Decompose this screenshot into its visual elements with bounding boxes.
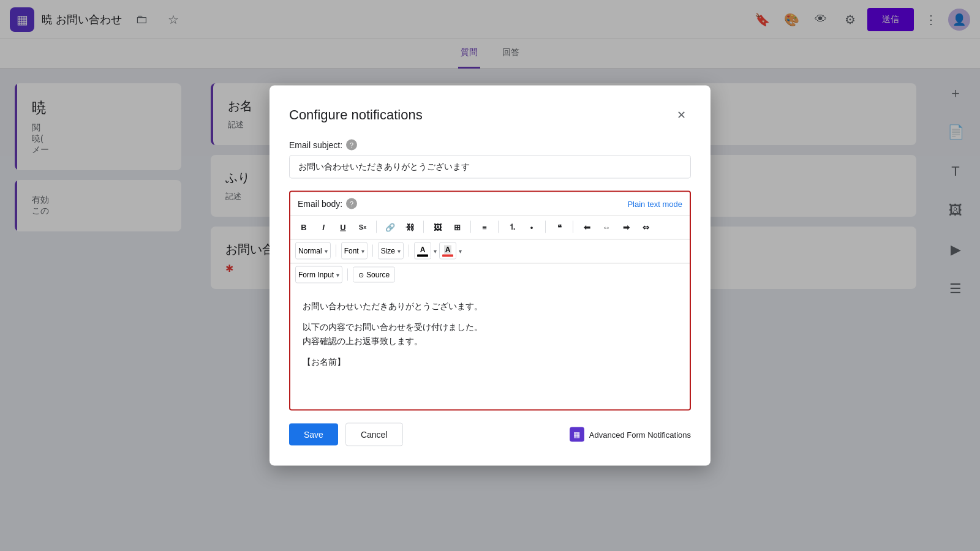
advanced-label: Advanced Form Notifications: [589, 430, 691, 439]
email-body-section: Email body: ? Plain text mode B I U Sx 🔗…: [289, 191, 691, 411]
advanced-icon: ▦: [570, 427, 584, 442]
body-line-1: お問い合わせいただきありがとうございます。: [303, 299, 677, 313]
email-subject-input[interactable]: [289, 156, 691, 179]
font-color-arrow[interactable]: ▾: [434, 247, 437, 254]
toolbar-row-1: B I U Sx 🔗 ⛓ 🖼 ⊞ ≡ ⒈ • ❝ ⬅ ↔ ➡ ⇔: [290, 216, 690, 240]
font-color-btn[interactable]: A: [414, 242, 431, 260]
sep-4: [498, 221, 499, 233]
underline-btn[interactable]: U: [334, 219, 352, 236]
source-label: Source: [366, 271, 390, 279]
email-body-header: Email body: ? Plain text mode: [290, 192, 690, 216]
body-line-3: 内容確認の上お返事致します。: [303, 335, 423, 345]
align-full-btn[interactable]: ⇔: [637, 219, 654, 236]
modal-close-button[interactable]: ✕: [671, 105, 691, 125]
configure-notifications-modal: Configure notifications ✕ Email subject:…: [270, 86, 710, 466]
italic-btn[interactable]: I: [315, 219, 332, 236]
bg-color-arrow[interactable]: ▾: [459, 247, 462, 254]
sep-8: [372, 245, 373, 257]
image-insert-btn[interactable]: 🖼: [429, 219, 446, 236]
toolbar-row-3: Form Input ▾ ⊙ Source: [290, 264, 690, 287]
align-left-btn[interactable]: ⬅: [578, 219, 595, 236]
align-center-btn[interactable]: ↔: [598, 219, 615, 236]
blockquote-btn[interactable]: ❝: [551, 219, 568, 236]
link-btn[interactable]: 🔗: [382, 219, 399, 236]
font-label: Font: [344, 247, 359, 255]
paragraph-style-label: Normal: [298, 247, 322, 255]
strikethrough-btn[interactable]: Sx: [354, 219, 371, 236]
font-select[interactable]: Font ▾: [341, 242, 368, 260]
source-btn[interactable]: ⊙ Source: [353, 267, 395, 283]
bg-color-btn[interactable]: A: [439, 242, 456, 260]
unlink-btn[interactable]: ⛓: [401, 219, 418, 236]
ordered-list-btn[interactable]: ⒈: [503, 219, 521, 236]
sep-3: [470, 221, 471, 233]
modal-title: Configure notifications: [289, 107, 423, 123]
size-select[interactable]: Size ▾: [378, 242, 404, 260]
email-body-help-icon[interactable]: ?: [346, 198, 357, 209]
body-line-4: 【お名前】: [303, 355, 677, 369]
bg-color-bar: [442, 254, 453, 257]
advanced-form-notifications-link[interactable]: ▦ Advanced Form Notifications: [570, 427, 691, 442]
size-arrow: ▾: [398, 247, 401, 254]
font-color-bar: [417, 254, 428, 257]
toolbar-row-2: Normal ▾ Font ▾ Size ▾ A ▾ A ▾: [290, 240, 690, 264]
email-subject-label: Email subject: ?: [289, 140, 691, 151]
table-btn[interactable]: ⊞: [448, 219, 466, 236]
email-subject-help-icon[interactable]: ?: [346, 140, 357, 151]
body-line-2: 以下の内容でお問い合わせを受け付けました。 内容確認の上お返事致します。: [303, 320, 677, 348]
paragraph-style-select[interactable]: Normal ▾: [295, 242, 331, 260]
form-input-select[interactable]: Form Input ▾: [295, 266, 342, 283]
font-arrow: ▾: [361, 247, 364, 254]
form-input-arrow: ▾: [336, 271, 339, 278]
paragraph-style-arrow: ▾: [325, 247, 328, 254]
sep-9: [409, 245, 409, 257]
align-justify-btn[interactable]: ≡: [476, 219, 493, 236]
sep-10: [347, 269, 348, 281]
save-button[interactable]: Save: [289, 424, 338, 446]
sep-6: [573, 221, 573, 233]
sep-2: [423, 221, 424, 233]
bold-btn[interactable]: B: [295, 219, 312, 236]
size-label: Size: [381, 247, 395, 255]
plain-text-mode-link[interactable]: Plain text mode: [627, 199, 682, 208]
cancel-button[interactable]: Cancel: [345, 423, 403, 446]
modal-footer: Save Cancel ▦ Advanced Form Notification…: [289, 423, 691, 446]
sep-7: [336, 245, 336, 257]
form-input-label: Form Input: [298, 271, 334, 279]
sep-5: [545, 221, 546, 233]
email-body-label: Email body: ?: [298, 198, 357, 209]
modal-header: Configure notifications ✕: [289, 105, 691, 125]
align-right-btn[interactable]: ➡: [617, 219, 635, 236]
unordered-list-btn[interactable]: •: [523, 219, 540, 236]
sep-1: [376, 221, 377, 233]
email-body-editor[interactable]: お問い合わせいただきありがとうございます。 以下の内容でお問い合わせを受け付けま…: [290, 287, 690, 410]
